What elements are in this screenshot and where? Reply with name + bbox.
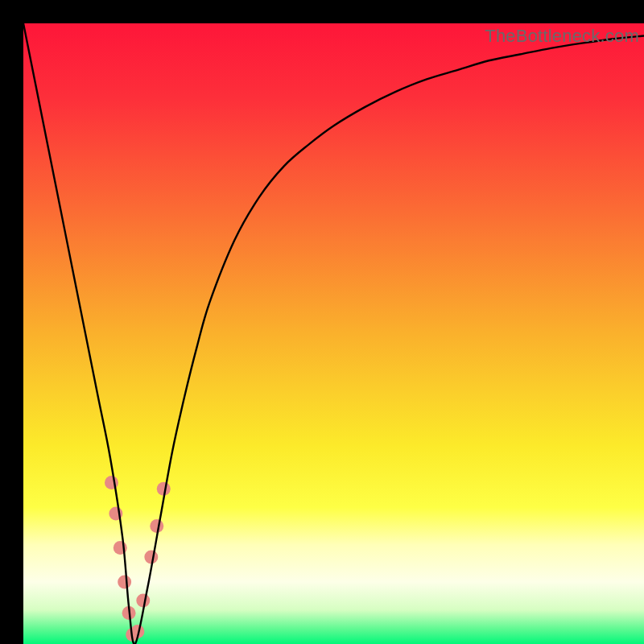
plot-area: TheBottleneck.com [23,23,644,644]
curve-marker [136,594,150,608]
curve-marker [144,551,158,564]
curve-marker [150,519,163,533]
watermark-text: TheBottleneck.com [485,26,639,47]
curve-layer [23,23,644,644]
chart-frame: TheBottleneck.com [0,0,644,644]
curve-marker [105,476,118,489]
marker-group [105,476,171,642]
curve-marker [118,575,131,588]
